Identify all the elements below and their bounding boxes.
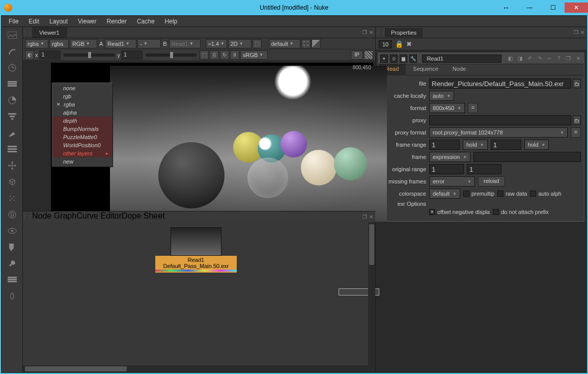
panel-float-icon[interactable]: ❐: [574, 30, 578, 35]
metadata-tool-icon[interactable]: [7, 242, 17, 252]
node-graph-hscroll[interactable]: [23, 365, 368, 372]
folder-icon[interactable]: 🗀: [573, 79, 581, 88]
channel-mode-select[interactable]: RGB▼: [70, 39, 97, 48]
furnace-tool-icon[interactable]: [7, 291, 17, 301]
channel-b-select[interactable]: rgba: [49, 39, 69, 48]
frame-range-a[interactable]: [429, 140, 460, 150]
help-icon[interactable]: ?: [555, 55, 563, 63]
layer-item-bumpnormals[interactable]: BumpNormals: [52, 125, 113, 133]
panel-grip-icon[interactable]: ⋮⋮: [23, 27, 32, 38]
tab-node[interactable]: Node: [445, 64, 473, 75]
premult-checkbox[interactable]: [463, 191, 469, 197]
frame-expr-field[interactable]: [473, 152, 581, 162]
colorspace-select[interactable]: sRGB▼: [240, 50, 268, 60]
original-range-b[interactable]: [467, 164, 501, 174]
a-input-select[interactable]: Read1▼: [105, 39, 136, 48]
transform-tool-icon[interactable]: [7, 161, 17, 171]
menu-viewer[interactable]: Viewer: [73, 17, 101, 26]
postage-icon[interactable]: ◨: [516, 55, 524, 63]
node-name-field[interactable]: [422, 55, 501, 63]
toolsets-tool-icon[interactable]: [7, 258, 17, 269]
tab-dope-sheet[interactable]: Dope Sheet: [122, 211, 165, 222]
frame-range-b[interactable]: [491, 140, 521, 150]
layer-item-worldposition[interactable]: WorldPosition0: [52, 141, 113, 149]
panel-float-icon[interactable]: ❐: [362, 214, 367, 220]
refresh-icon[interactable]: ↻: [220, 50, 229, 60]
proxy-toggle-icon[interactable]: ⬚: [253, 39, 262, 48]
close-node-icon[interactable]: ✕: [574, 55, 582, 63]
panel-close-icon[interactable]: ✕: [580, 30, 584, 35]
folder-icon[interactable]: 🗀: [573, 116, 581, 125]
viewmode-select[interactable]: 2D▼: [228, 39, 251, 48]
panel-float-icon[interactable]: ❐: [362, 30, 367, 35]
y-field[interactable]: 1: [121, 50, 143, 60]
node-graph[interactable]: Read1 Default_Pass_Main.50.exr: [23, 222, 375, 372]
proxy-format-select[interactable]: root.proxy_format 1024x778▼: [429, 127, 568, 138]
frame-range-mode-a[interactable]: hold▼: [463, 140, 488, 150]
tab-node-graph[interactable]: Node Graph: [32, 211, 76, 222]
stripes-icon[interactable]: [364, 50, 373, 60]
layer-item-new[interactable]: new: [52, 157, 113, 166]
color-tool-icon[interactable]: [7, 95, 17, 105]
center-node-icon[interactable]: ⊙: [390, 55, 398, 63]
cache-locally-select[interactable]: auto▼: [429, 91, 454, 101]
rawdata-checkbox[interactable]: [497, 191, 503, 197]
layer-item-alpha[interactable]: alpha: [52, 109, 113, 117]
properties-tab[interactable]: Properties: [385, 28, 423, 37]
format-select[interactable]: 800x450▼: [429, 103, 465, 113]
image-tool-icon[interactable]: [7, 30, 17, 40]
menu-edit[interactable]: Edit: [23, 17, 44, 26]
frame-mode-select[interactable]: expression▼: [429, 152, 470, 162]
other-tool-icon[interactable]: [7, 275, 17, 285]
file-field[interactable]: [429, 78, 571, 89]
node-thumbnail[interactable]: [171, 227, 221, 256]
autoalpha-checkbox[interactable]: [530, 191, 536, 197]
zebra-icon[interactable]: ⬚: [200, 50, 209, 60]
menu-help[interactable]: Help: [160, 17, 183, 26]
panel-grip-icon[interactable]: ⋮⋮: [23, 211, 32, 222]
layer-item-other[interactable]: other layers▸: [52, 149, 113, 157]
wipe-select[interactable]: -▼: [137, 39, 161, 48]
wrench-icon[interactable]: 🔧: [409, 55, 417, 63]
read-node[interactable]: Read1 Default_Pass_Main.50.exr: [155, 256, 237, 273]
menu-render[interactable]: Render: [102, 17, 132, 26]
proxy-format-eq-button[interactable]: =: [571, 127, 581, 138]
node-graph-vscroll[interactable]: [368, 222, 375, 372]
node-color-icon[interactable]: ▆: [400, 55, 407, 63]
filter-tool-icon[interactable]: [7, 112, 17, 122]
clip-warning-icon[interactable]: ⛶: [301, 39, 311, 48]
layer-item-none[interactable]: none: [52, 84, 113, 92]
gain-slider[interactable]: [64, 54, 115, 57]
hide-input-icon[interactable]: ◧: [507, 55, 514, 63]
redo-icon[interactable]: ↷: [536, 55, 543, 63]
collapse-icon[interactable]: ▾: [380, 55, 388, 63]
revert-icon[interactable]: ⤺: [545, 55, 553, 63]
menu-cache[interactable]: Cache: [132, 17, 160, 26]
menu-layout[interactable]: Layout: [44, 17, 73, 26]
no-prefix-checkbox[interactable]: [493, 209, 499, 215]
merge-tool-icon[interactable]: [7, 144, 17, 154]
missing-frames-select[interactable]: error▼: [429, 176, 475, 186]
layer-item-puzzlematte[interactable]: PuzzleMatte0: [52, 133, 113, 141]
particles-tool-icon[interactable]: [7, 193, 17, 203]
gain-slider-icon[interactable]: ◐: [25, 50, 34, 60]
tab-sequence[interactable]: Sequence: [406, 64, 445, 75]
minimize-button[interactable]: —: [518, 3, 541, 13]
panel-close-icon[interactable]: ✕: [369, 30, 373, 35]
x-field[interactable]: 1: [39, 50, 61, 60]
reload-button[interactable]: reload: [478, 176, 505, 186]
menu-file[interactable]: File: [4, 17, 23, 26]
clear-all-icon[interactable]: ✖: [406, 40, 412, 48]
deep-tool-icon[interactable]: D: [7, 209, 17, 220]
viewer-area[interactable]: 800,450 (800x450) none rgb rgba alpha de…: [23, 61, 375, 229]
lock-all-icon[interactable]: 🔒: [395, 40, 403, 48]
channel-tool-icon[interactable]: [7, 79, 17, 89]
b-input-select[interactable]: Read1▼: [169, 39, 201, 48]
max-panels-field[interactable]: 10: [379, 40, 392, 48]
layer-item-rgb[interactable]: rgb: [52, 92, 113, 100]
proxy-field[interactable]: [429, 115, 571, 125]
tab-curve-editor[interactable]: Curve Editor: [76, 211, 122, 222]
downrez-select[interactable]: ÷1.4▼: [206, 39, 227, 48]
pause-icon[interactable]: ⏸: [230, 50, 239, 60]
format-eq-button[interactable]: =: [468, 103, 478, 113]
